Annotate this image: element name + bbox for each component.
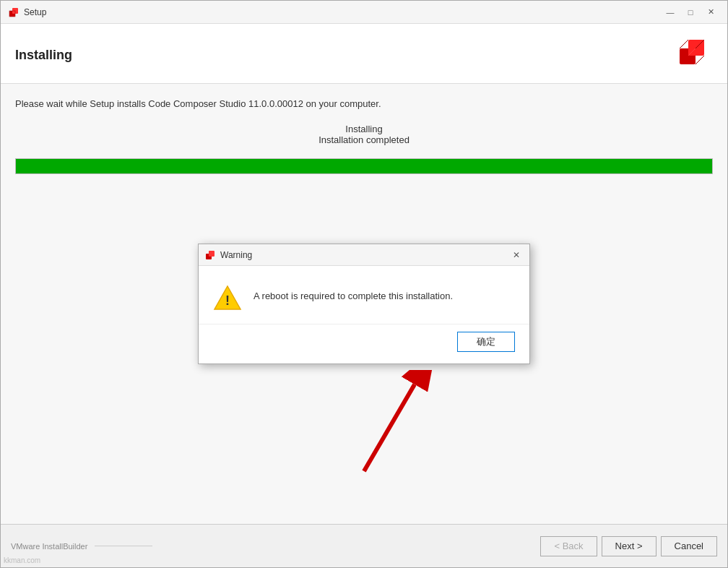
dialog-overlay: Warning ✕ ! A reboot is required to comp… — [1, 84, 727, 524]
footer-buttons: < Back Next > Cancel — [540, 536, 717, 556]
footer: VMware InstallBuilder < Back Next > Canc… — [1, 524, 727, 567]
main-window: Setup — □ ✕ Installing Please wait while — [0, 0, 728, 568]
app-logo — [677, 37, 713, 73]
warning-icon: ! — [213, 283, 242, 312]
page-title: Installing — [15, 48, 72, 63]
back-button[interactable]: < Back — [540, 536, 597, 556]
title-bar-icon — [8, 7, 20, 18]
footer-brand-text: VMware InstallBuilder — [11, 542, 87, 551]
dialog-title-icon — [204, 249, 216, 261]
watermark: kkman.com — [4, 556, 40, 564]
footer-brand: VMware InstallBuilder — [1, 542, 152, 551]
svg-line-7 — [696, 56, 704, 64]
dialog-close-button[interactable]: ✕ — [509, 249, 524, 262]
dialog-body: ! A reboot is required to complete this … — [199, 266, 529, 324]
minimize-button[interactable]: — — [661, 5, 680, 20]
close-button[interactable]: ✕ — [701, 5, 720, 20]
content-area: Please wait while Setup installs Code Co… — [1, 84, 727, 524]
dialog-footer: 确定 — [199, 324, 529, 363]
window-controls: — □ ✕ — [661, 5, 720, 20]
warning-dialog: Warning ✕ ! A reboot is required to comp… — [198, 244, 530, 364]
cancel-button[interactable]: Cancel — [661, 536, 717, 556]
svg-line-5 — [680, 40, 688, 48]
maximize-button[interactable]: □ — [681, 5, 700, 20]
svg-rect-10 — [209, 251, 214, 257]
next-button[interactable]: Next > — [602, 536, 656, 556]
footer-brand-line — [95, 546, 152, 546]
dialog-titlebar: Warning ✕ — [199, 244, 529, 266]
ok-button[interactable]: 确定 — [457, 332, 515, 352]
dialog-title: Warning — [220, 250, 509, 260]
svg-text:!: ! — [225, 293, 230, 308]
window-title: Setup — [24, 7, 661, 17]
title-bar: Setup — □ ✕ — [1, 1, 727, 24]
dialog-message: A reboot is required to complete this in… — [254, 283, 453, 304]
header: Installing — [1, 24, 727, 84]
